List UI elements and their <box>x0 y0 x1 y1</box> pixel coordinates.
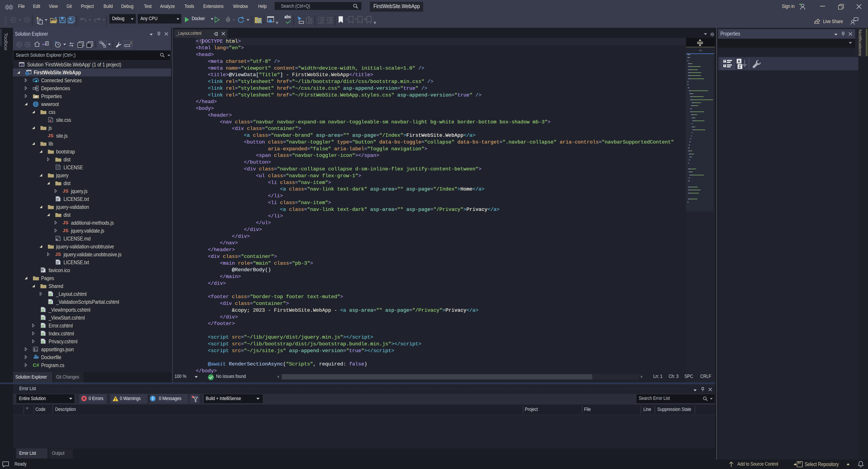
svg-text:M↓: M↓ <box>56 239 59 241</box>
svg-text:@: @ <box>49 300 52 304</box>
svg-text:@: @ <box>41 308 45 312</box>
svg-text:A: A <box>49 119 51 123</box>
svg-text:@: @ <box>41 332 45 336</box>
svg-text:@: @ <box>49 292 52 296</box>
svg-text:Z: Z <box>739 65 741 69</box>
svg-text:@: @ <box>41 324 45 328</box>
svg-text:@: @ <box>41 340 45 344</box>
svg-text:{…}: {…} <box>34 348 38 351</box>
svg-text:@: @ <box>41 316 45 320</box>
svg-text:A: A <box>738 59 740 64</box>
